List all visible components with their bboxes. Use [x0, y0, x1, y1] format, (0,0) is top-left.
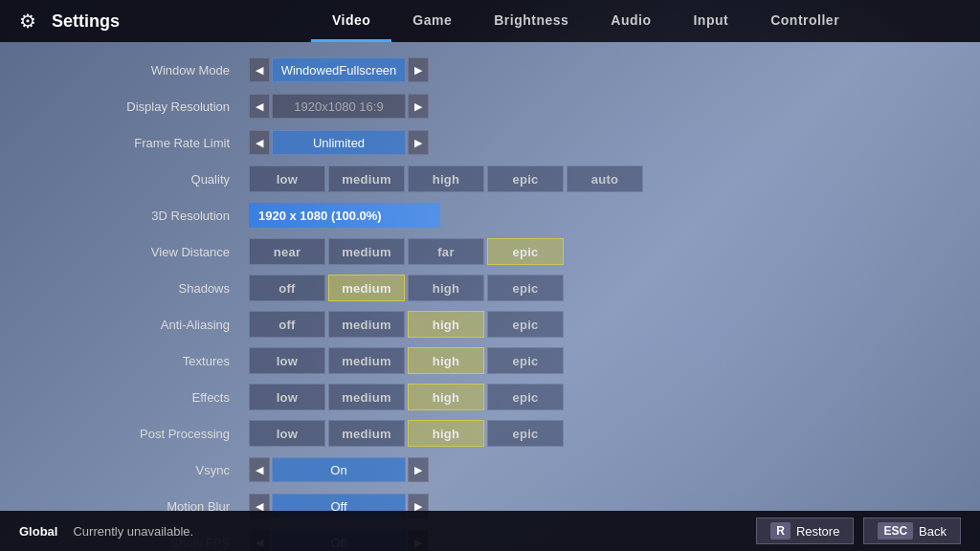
region-label: Global [19, 524, 57, 539]
restore-button[interactable]: R Restore [756, 518, 854, 544]
window-mode-row: Window Mode ◀ WindowedFullscreen ▶ [57, 54, 923, 86]
textures-medium[interactable]: medium [328, 347, 405, 374]
view-distance-near[interactable]: near [249, 238, 325, 265]
shadows-high[interactable]: high [408, 275, 484, 301]
anti-aliasing-row: Anti-Aliasing off medium high epic [57, 308, 923, 341]
window-mode-value: WindowedFullscreen [272, 57, 406, 82]
vsync-prev[interactable]: ◀ [249, 457, 270, 482]
quality-high[interactable]: high [408, 165, 484, 192]
shadows-off[interactable]: off [249, 275, 325, 301]
quality-row: Quality low medium high epic auto [57, 163, 923, 195]
textures-low[interactable]: low [249, 347, 325, 374]
restore-label: Restore [796, 524, 840, 539]
status-text: Currently unavailable. [73, 524, 193, 539]
effects-medium[interactable]: medium [328, 384, 405, 410]
textures-epic[interactable]: epic [487, 347, 564, 374]
effects-epic[interactable]: epic [487, 384, 564, 410]
frame-rate-value: Unlimited [272, 130, 406, 155]
shadows-buttons: off medium high epic [249, 275, 564, 301]
vsync-control: ◀ On ▶ [249, 457, 429, 482]
post-processing-epic[interactable]: epic [487, 420, 564, 447]
shadows-medium[interactable]: medium [328, 275, 405, 301]
frame-rate-control: ◀ Unlimited ▶ [249, 130, 429, 155]
window-mode-label: Window Mode [57, 63, 249, 77]
effects-low[interactable]: low [249, 384, 325, 410]
app-title: Settings [52, 11, 120, 32]
window-mode-control: ◀ WindowedFullscreen ▶ [249, 57, 429, 82]
shadows-label: Shadows [57, 281, 249, 296]
back-button[interactable]: ESC Back [863, 518, 961, 544]
bottom-left: Global Currently unavailable. [19, 524, 193, 539]
tab-brightness[interactable]: Brightness [473, 0, 590, 42]
effects-high[interactable]: high [408, 384, 484, 410]
quality-medium[interactable]: medium [328, 165, 405, 192]
post-processing-buttons: low medium high epic [249, 420, 564, 447]
resolution-3d-row: 3D Resolution 1920 x 1080 (100.0%) [57, 199, 923, 231]
textures-high[interactable]: high [408, 347, 484, 374]
anti-aliasing-buttons: off medium high epic [249, 311, 564, 338]
shadows-row: Shadows off medium high epic [57, 272, 923, 304]
display-resolution-label: Display Resolution [57, 99, 249, 114]
vsync-label: Vsync [57, 463, 249, 477]
view-distance-label: View Distance [57, 245, 249, 259]
vsync-value: On [272, 457, 406, 482]
back-key: ESC [878, 522, 913, 540]
top-bar: ⚙ Settings Video Game Brightness Audio I… [0, 0, 980, 42]
window-mode-prev[interactable]: ◀ [249, 57, 270, 82]
display-resolution-control: ◀ 1920x1080 16:9 ▶ [249, 94, 429, 119]
post-processing-row: Post Processing low medium high epic [57, 417, 923, 450]
display-resolution-next[interactable]: ▶ [408, 94, 429, 119]
quality-auto[interactable]: auto [567, 165, 643, 192]
vsync-next[interactable]: ▶ [408, 457, 429, 482]
resolution-3d-label: 3D Resolution [57, 209, 249, 223]
resolution-3d-bar: 1920 x 1080 (100.0%) [249, 203, 440, 228]
tab-game[interactable]: Game [391, 0, 473, 42]
tab-video[interactable]: Video [311, 0, 391, 42]
restore-key: R [770, 522, 791, 540]
tab-controller[interactable]: Controller [749, 0, 860, 42]
textures-buttons: low medium high epic [249, 347, 564, 374]
post-processing-label: Post Processing [57, 427, 249, 441]
view-distance-far[interactable]: far [408, 238, 484, 265]
anti-aliasing-label: Anti-Aliasing [57, 318, 249, 332]
textures-row: Textures low medium high epic [57, 344, 923, 377]
logo-area: ⚙ Settings [0, 10, 191, 33]
bottom-right: R Restore ESC Back [756, 518, 961, 544]
effects-buttons: low medium high epic [249, 384, 564, 410]
post-processing-high[interactable]: high [408, 420, 484, 447]
quality-label: Quality [57, 172, 249, 187]
frame-rate-row: Frame Rate Limit ◀ Unlimited ▶ [57, 126, 923, 159]
main-content: Window Mode ◀ WindowedFullscreen ▶ Displ… [0, 42, 980, 551]
post-processing-low[interactable]: low [249, 420, 325, 447]
vsync-row: Vsync ◀ On ▶ [57, 453, 923, 486]
effects-row: Effects low medium high epic [57, 381, 923, 413]
display-resolution-value: 1920x1080 16:9 [272, 94, 406, 119]
anti-aliasing-high[interactable]: high [408, 311, 484, 338]
view-distance-row: View Distance near medium far epic [57, 235, 923, 268]
tab-input[interactable]: Input [672, 0, 749, 42]
anti-aliasing-medium[interactable]: medium [328, 311, 405, 338]
quality-low[interactable]: low [249, 165, 325, 192]
window-mode-next[interactable]: ▶ [408, 57, 429, 82]
anti-aliasing-off[interactable]: off [249, 311, 325, 338]
frame-rate-label: Frame Rate Limit [57, 136, 249, 150]
frame-rate-next[interactable]: ▶ [408, 130, 429, 155]
quality-buttons: low medium high epic auto [249, 165, 643, 192]
view-distance-epic[interactable]: epic [487, 238, 564, 265]
gear-icon: ⚙ [19, 10, 42, 33]
textures-label: Textures [57, 354, 249, 368]
tab-audio[interactable]: Audio [590, 0, 672, 42]
post-processing-medium[interactable]: medium [328, 420, 405, 447]
bottom-bar: Global Currently unavailable. R Restore … [0, 511, 980, 551]
anti-aliasing-epic[interactable]: epic [487, 311, 564, 338]
view-distance-buttons: near medium far epic [249, 238, 564, 265]
display-resolution-row: Display Resolution ◀ 1920x1080 16:9 ▶ [57, 90, 923, 122]
frame-rate-prev[interactable]: ◀ [249, 130, 270, 155]
nav-tabs: Video Game Brightness Audio Input Contro… [191, 0, 980, 42]
effects-label: Effects [57, 390, 249, 405]
display-resolution-prev[interactable]: ◀ [249, 94, 270, 119]
quality-epic[interactable]: epic [487, 165, 564, 192]
back-label: Back [919, 524, 947, 539]
shadows-epic[interactable]: epic [487, 275, 564, 301]
view-distance-medium[interactable]: medium [328, 238, 405, 265]
